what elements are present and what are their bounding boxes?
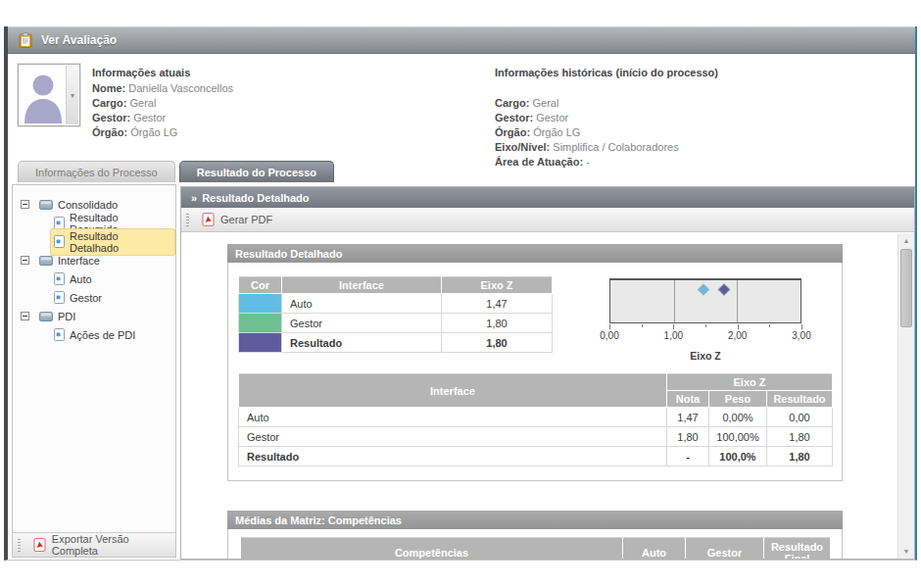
axis-tick [642, 324, 643, 327]
employee-info-panel: ▾ Informações atuais Nome: Daniella Vasc… [8, 54, 915, 159]
axis-tick [801, 324, 802, 329]
document-icon [54, 328, 65, 341]
cell-peso: 100,0% [709, 447, 767, 466]
panel-title: Resultado Detalhado [202, 192, 309, 204]
color-legend-table: Cor Interface Eixo Z Auto [238, 276, 553, 353]
column-header: Interface [282, 277, 442, 294]
scroll-down-icon: ▼ [903, 548, 910, 555]
page: Ver Avaliação ▾ Informações atuais Nome:… [0, 0, 921, 588]
eixo-z-chart: 0,00 1,00 2,00 3,00 Eixo Z [596, 276, 821, 362]
pdf-icon [202, 213, 215, 226]
table-row: Auto 1,47 0,00% 0,00 [239, 408, 833, 427]
vertical-scrollbar[interactable]: ▲ ▼ [897, 233, 914, 559]
collapse-icon[interactable] [21, 200, 29, 209]
tab-informacoes-do-processo[interactable]: Informações do Processo [18, 161, 175, 182]
field-nome: Nome: Daniella Vasconcellos [92, 81, 233, 96]
table-row-total: Resultado 1,80 [239, 333, 553, 353]
cell-peso: 100,00% [709, 427, 767, 447]
folder-icon [39, 199, 53, 211]
avatar: ▾ [18, 64, 80, 126]
column-header-interface: Interface [239, 374, 667, 408]
axis-tick [705, 324, 706, 327]
table-row: Auto 1,47 [239, 294, 553, 314]
window-title: Ver Avaliação [41, 33, 117, 47]
tick-label: 3,00 [792, 330, 810, 341]
column-header: Cor [239, 277, 282, 294]
cell-interface: Resultado [282, 333, 442, 353]
scroll-viewport: Resultado Detalhado Cor [181, 233, 897, 559]
section-medias-da-matriz: Médias da Matriz: Competências Competênc… [227, 511, 843, 559]
chart-plot-area [609, 278, 801, 323]
cell-nota: - [667, 447, 709, 466]
tree-node-acoes-de-pdi[interactable]: Ações de PDI [13, 325, 175, 344]
folder-icon [39, 311, 53, 322]
result-main-panel: » Resultado Detalhado Gerar PDF [180, 186, 915, 560]
field-cargo: Cargo: Geral [92, 96, 233, 111]
historical-info-block: Informações históricas (início do proces… [495, 66, 718, 170]
section-header: Médias da Matriz: Competências [227, 511, 843, 529]
cell-resultado: 0,00 [767, 408, 833, 427]
historical-info-heading: Informações históricas (início do proces… [495, 66, 718, 80]
scroll-down-button[interactable]: ▼ [898, 544, 914, 559]
navigation-tree-panel: Consolidado Resultado Resumido Resultado… [12, 184, 176, 558]
tree-node-pdi[interactable]: PDI [13, 307, 175, 325]
tree-node-gestor[interactable]: Gestor [13, 288, 175, 307]
collapse-icon[interactable] [21, 312, 29, 320]
cell-interface: Gestor [239, 427, 667, 447]
cell-interface: Auto [239, 408, 667, 427]
field-cargo-hist: Cargo: Geral [495, 96, 718, 111]
scroll-up-button[interactable]: ▲ [898, 233, 914, 248]
column-header-peso: Peso [709, 391, 767, 408]
cell-interface: Gestor [282, 314, 442, 333]
chart-gridline [674, 280, 675, 322]
table-row: Gestor 1,80 100,00% 1,80 [239, 427, 833, 447]
export-toolbar: Exportar Versão Completa [13, 532, 175, 557]
eixo-z-detail-table: Interface Eixo Z Nota Peso Resultado [238, 373, 833, 466]
chart-axis-ticks [609, 323, 801, 329]
cell-eixo-z: 1,80 [442, 314, 553, 333]
avatar-dropdown-button[interactable]: ▾ [66, 66, 78, 124]
cell-resultado: 1,80 [767, 447, 833, 466]
cell-eixo-z: 1,80 [442, 333, 553, 353]
folder-icon [39, 255, 53, 267]
ver-avaliacao-window: Ver Avaliação ▾ Informações atuais Nome:… [4, 26, 917, 561]
column-header-auto: Auto [623, 538, 686, 560]
cell-nota: 1,47 [667, 408, 709, 427]
document-icon [54, 272, 65, 285]
cell-interface: Resultado [239, 447, 667, 466]
column-header-resultado-final: Resultado Final [764, 538, 831, 560]
tree-node-auto[interactable]: Auto [13, 270, 175, 288]
window-titlebar: Ver Avaliação [8, 26, 915, 54]
column-header: Eixo Z [442, 277, 553, 294]
clipboard-icon [18, 32, 33, 48]
pdf-toolbar: Gerar PDF [181, 208, 914, 232]
tick-label: 2,00 [728, 330, 747, 341]
table-row: Gestor 1,80 [239, 314, 553, 333]
generate-pdf-button[interactable]: Gerar PDF [196, 211, 278, 228]
field-orgao: Órgão: Órgão LG [92, 125, 233, 140]
tab-resultado-do-processo[interactable]: Resultado do Processo [179, 161, 334, 182]
collapse-icon[interactable] [21, 256, 29, 265]
column-header-resultado: Resultado [767, 391, 833, 408]
document-icon [54, 291, 65, 304]
cell-eixo-z: 1,47 [442, 294, 553, 314]
tick-label: 0,00 [600, 330, 618, 341]
column-header-competencias: Competências [241, 538, 623, 560]
cell-nota: 1,80 [667, 427, 709, 447]
field-eixo-nivel: Eixo/Nível: Simplifica / Colaboradores [495, 140, 718, 155]
chart-axis-labels: 0,00 1,00 2,00 3,00 [609, 330, 801, 342]
current-info-block: Informações atuais Nome: Daniella Vascon… [92, 66, 233, 140]
export-full-version-button[interactable]: Exportar Versão Completa [27, 531, 175, 559]
chart-x-axis-title: Eixo Z [609, 350, 801, 362]
cell-resultado: 1,80 [767, 427, 833, 447]
competencias-table: Competências Auto Gestor Resultado Final [240, 537, 831, 559]
panel-header: » Resultado Detalhado [181, 187, 914, 208]
cell-peso: 0,00% [709, 408, 767, 427]
scrollbar-thumb[interactable] [900, 249, 912, 327]
tree-node-resultado-detalhado[interactable]: Resultado Detalhado [13, 232, 175, 251]
content-area: Consolidado Resultado Resumido Resultado… [8, 182, 915, 560]
field-area-atuacao: Área de Atuação: - [495, 155, 718, 170]
axis-tick [673, 324, 674, 329]
section-resultado-detalhado: Resultado Detalhado Cor [227, 244, 843, 481]
field-gestor: Gestor: Gestor [92, 111, 233, 125]
